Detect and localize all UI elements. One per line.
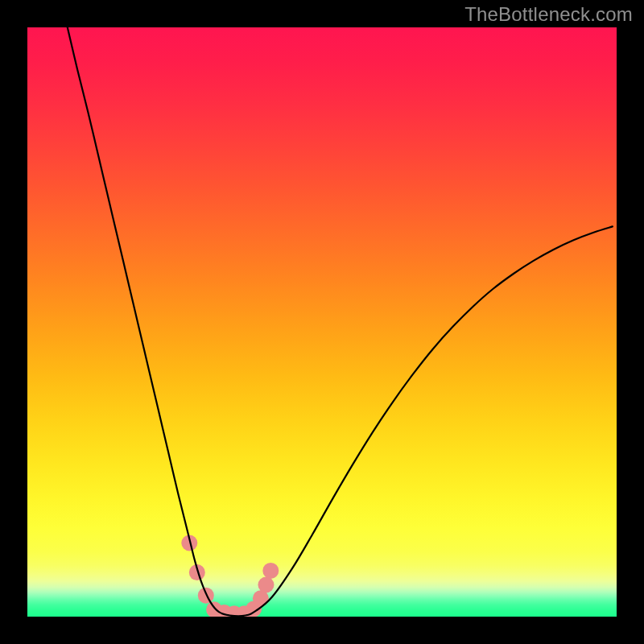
marker-dot (258, 576, 274, 592)
watermark-text: TheBottleneck.com (464, 3, 633, 26)
plot-background (27, 27, 617, 617)
bottleneck-plot (27, 27, 617, 617)
marker-dot (262, 563, 279, 579)
chart-frame: TheBottleneck.com (0, 0, 644, 644)
